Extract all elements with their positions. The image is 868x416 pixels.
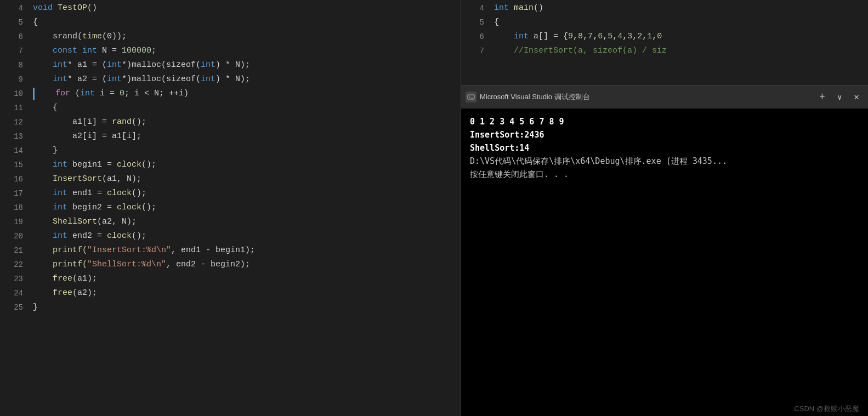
code-token: "InsertSort:%d\n"	[87, 243, 171, 258]
code-line: {	[33, 15, 461, 30]
code-line: printf("ShellSort:%d\n", end2 - begin2);	[33, 258, 461, 272]
code-token: ) * N);	[215, 58, 250, 72]
code-token	[33, 258, 53, 272]
right-line-number: 5	[466, 15, 484, 30]
code-token: ,	[612, 30, 617, 44]
line-number: 22	[4, 258, 23, 272]
code-token: ,	[642, 30, 647, 44]
code-token: ()	[534, 1, 543, 15]
line-number: 15	[4, 158, 23, 172]
line-number: 6	[4, 30, 23, 44]
terminal-window: Microsoft Visual Studio 调试控制台 + ∨ ✕ 0 1 …	[461, 85, 868, 416]
code-token: 3	[627, 30, 632, 44]
code-token: 4	[617, 30, 622, 44]
code-token: int	[53, 186, 67, 201]
code-token: InsertSort	[53, 172, 102, 186]
right-code-line: {	[494, 15, 868, 30]
code-token: ,	[603, 30, 608, 44]
right-code-line: int a[] = {9,8,7,6,5,4,3,2,1,0	[494, 30, 868, 44]
code-token: ,	[652, 30, 657, 44]
code-token: end1 =	[67, 186, 107, 201]
code-token: ShellSort	[53, 215, 97, 229]
terminal-close-button[interactable]: ✕	[849, 89, 864, 105]
code-token: (	[70, 87, 80, 101]
code-token: printf(	[53, 243, 87, 258]
code-token: ()	[87, 1, 97, 15]
code-token: int	[53, 72, 67, 87]
code-token: ,	[573, 30, 578, 44]
code-token: (a1, N);	[102, 172, 141, 186]
code-token: int	[80, 87, 95, 101]
code-token: N =	[102, 44, 122, 58]
terminal-add-button[interactable]: +	[815, 89, 830, 105]
terminal-chevron-button[interactable]: ∨	[833, 90, 846, 104]
code-token: ,	[583, 30, 588, 44]
code-token: int	[107, 58, 122, 72]
terminal-line: InsertSort:2436	[470, 128, 859, 141]
code-token: }	[33, 300, 38, 315]
code-token	[33, 243, 53, 258]
right-code-line: int main()	[494, 1, 868, 15]
right-line-number: 4	[466, 1, 484, 15]
line-number: 24	[4, 286, 23, 300]
code-token: int	[201, 72, 215, 87]
code-token: a2[i] = a1[i];	[33, 129, 141, 144]
terminal-icon	[466, 92, 476, 102]
code-line: free(a1);	[33, 272, 461, 286]
line-number: 5	[4, 15, 23, 30]
code-token: free	[53, 272, 72, 286]
line-number: 17	[4, 186, 23, 201]
code-token	[33, 201, 53, 215]
code-line: a2[i] = a1[i];	[33, 129, 461, 144]
code-token: a[] = {	[529, 30, 568, 44]
code-token: begin1 =	[67, 158, 117, 172]
terminal-line: D:\VS代码\代码保存\排序\x64\Debug\排序.exe (进程 343…	[470, 155, 859, 168]
line-number: 18	[4, 201, 23, 215]
code-token: ,	[622, 30, 627, 44]
code-token: (a2, N);	[97, 215, 137, 229]
line-number: 13	[4, 129, 23, 144]
code-token: , end1 - begin1);	[171, 243, 255, 258]
right-code-line: //InsertSort(a, sizeof(a) / siz	[494, 44, 868, 58]
code-token: clock	[117, 201, 141, 215]
code-token: ; i < N; ++i)	[124, 87, 189, 101]
code-token: ();	[132, 229, 146, 243]
line-number: 14	[4, 144, 23, 158]
code-line: int end2 = clock();	[33, 229, 461, 243]
code-line: }	[33, 144, 461, 158]
code-token: ,	[632, 30, 637, 44]
code-editor: 45678910111213141516171819202122232425 v…	[0, 0, 461, 416]
code-token	[33, 58, 53, 72]
code-line: int begin1 = clock();	[33, 158, 461, 172]
code-token: printf(	[53, 258, 87, 272]
code-token: ();	[141, 158, 156, 172]
code-token: end2 =	[67, 229, 107, 243]
line-number: 8	[4, 58, 23, 72]
code-token: , end2 - begin2);	[166, 258, 250, 272]
code-token: TestOP	[58, 1, 87, 15]
code-token: clock	[107, 186, 132, 201]
code-token: (a2);	[72, 286, 97, 300]
right-panel: 4567 int main(){ int a[] = {9,8,7,6,5,4,…	[461, 0, 868, 416]
code-token: * a1 = (	[67, 58, 107, 72]
code-token: int	[107, 72, 122, 87]
terminal-titlebar: Microsoft Visual Studio 调试控制台 + ∨ ✕	[461, 86, 868, 109]
code-token: 1	[647, 30, 652, 44]
code-token: srand(	[33, 30, 82, 44]
line-number: 23	[4, 272, 23, 286]
code-line: srand(time(0));	[33, 30, 461, 44]
code-token: {	[494, 15, 499, 30]
code-token: ,	[593, 30, 598, 44]
line-number: 19	[4, 215, 23, 229]
code-token	[33, 186, 53, 201]
terminal-title: Microsoft Visual Studio 调试控制台	[480, 92, 812, 102]
code-token	[33, 44, 53, 58]
code-token: int	[82, 44, 102, 58]
line-number: 9	[4, 72, 23, 87]
code-token	[494, 44, 514, 58]
line-number: 25	[4, 300, 23, 315]
line-number: 4	[4, 1, 23, 15]
right-code-area: 4567 int main(){ int a[] = {9,8,7,6,5,4,…	[461, 0, 868, 85]
code-token: }	[33, 144, 58, 158]
terminal-line: ShellSort:14	[470, 141, 859, 155]
